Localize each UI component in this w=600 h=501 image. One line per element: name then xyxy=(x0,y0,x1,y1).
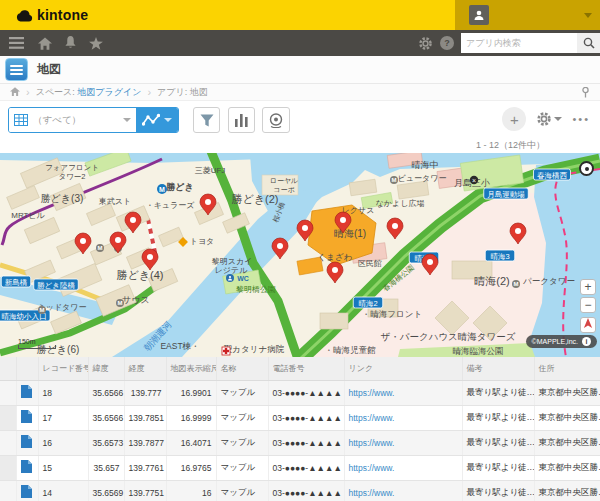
map-label: パークタワー xyxy=(523,276,575,286)
admin-gear-icon[interactable] xyxy=(418,36,433,51)
map-locate-button[interactable] xyxy=(580,317,596,333)
wc-circle-icon xyxy=(226,274,234,282)
record-doc-cell xyxy=(16,430,38,455)
svg-text:M: M xyxy=(514,281,519,287)
pin-icon[interactable] xyxy=(581,87,590,100)
cell-memo: 最寄り駅より徒… xyxy=(462,405,534,430)
cell-address: 東京都中央区勝… xyxy=(534,480,600,501)
document-icon[interactable] xyxy=(21,385,32,398)
document-icon[interactable] xyxy=(21,435,32,448)
map-label: サウス xyxy=(122,295,150,305)
notifications-bell-icon[interactable] xyxy=(64,36,77,50)
breadcrumb-space-link[interactable]: 地図プラグイン xyxy=(77,86,141,99)
row-gutter xyxy=(0,405,16,430)
record-link[interactable]: https://www. xyxy=(349,388,395,398)
mansion-m-icon: M xyxy=(38,306,46,314)
account-area[interactable] xyxy=(455,0,600,30)
column-header[interactable]: 電話番号 xyxy=(268,357,344,380)
account-chevron-down-icon[interactable] xyxy=(584,13,592,18)
column-header[interactable]: リンク xyxy=(344,357,462,380)
cell-link: https://www. xyxy=(344,380,462,405)
svg-text:春海橋西: 春海橋西 xyxy=(537,171,568,180)
hamburger-menu-icon[interactable] xyxy=(9,37,24,49)
map-view-button[interactable] xyxy=(262,107,290,133)
filter-funnel-icon xyxy=(200,114,214,127)
map-label: EAST棟・ xyxy=(160,341,199,351)
user-avatar-icon[interactable] xyxy=(469,5,489,25)
column-header[interactable]: 名称 xyxy=(216,357,268,380)
map-compass-icon[interactable] xyxy=(579,161,594,176)
record-link[interactable]: https://www. xyxy=(349,413,395,423)
map-label: 勝どき xyxy=(165,182,193,192)
map-sign-chip: 月島運動場 xyxy=(484,188,529,199)
more-options-button[interactable]: ••• xyxy=(572,113,590,125)
breadcrumb-app-name: 地図 xyxy=(190,86,208,99)
cell-link: https://www. xyxy=(344,430,462,455)
map-sign-chip: 晴海3 xyxy=(485,250,515,261)
view-selector-chevron-down-icon xyxy=(123,118,131,122)
filter-button[interactable] xyxy=(193,107,220,133)
map-sign-chip: 晴海2 xyxy=(353,297,383,308)
help-icon[interactable]: ? xyxy=(440,36,454,50)
breadcrumb-home-icon[interactable] xyxy=(10,87,20,98)
cell-memo: 最寄り駅より徒… xyxy=(462,380,534,405)
breadcrumb-app-label: アプリ: xyxy=(157,86,187,99)
document-icon[interactable] xyxy=(21,410,32,423)
info-icon[interactable]: i xyxy=(582,337,591,346)
pagination-status: 1 - 12（12件中） xyxy=(0,139,600,153)
view-selector-value: （すべて） xyxy=(33,114,123,127)
map-label: 晴海(1) xyxy=(334,228,366,239)
search-button[interactable] xyxy=(577,33,600,53)
graph-view-button[interactable] xyxy=(136,108,178,132)
cell-longitude: 139.7877 xyxy=(124,430,166,455)
record-link[interactable]: https://www. xyxy=(349,463,395,473)
map-label: くまざわ xyxy=(318,252,353,262)
add-record-button[interactable]: + xyxy=(502,107,526,131)
map-canvas[interactable]: 勝どき(2)勝どき(3)勝どき(4)勝どき(6)晴海(1)晴海(2)晴海中ビュー… xyxy=(0,153,600,357)
breadcrumb-space-label: スペース: xyxy=(36,86,75,99)
column-header[interactable]: 緯度 xyxy=(88,357,124,380)
column-header[interactable]: 住所 xyxy=(534,357,600,380)
favorites-star-icon[interactable] xyxy=(89,37,103,50)
cell-name: マップル xyxy=(216,405,268,430)
graph-chevron-down-icon xyxy=(164,118,172,122)
cell-phone: 03-●●●●-▲▲▲▲ xyxy=(268,430,344,455)
map-label: 区民館 xyxy=(358,259,382,268)
table-row: 1535.657139.776116.9765マップル03-●●●●-▲▲▲▲h… xyxy=(0,455,600,480)
search-icon xyxy=(583,37,595,49)
settings-button[interactable] xyxy=(536,111,562,127)
cell-name: マップル xyxy=(216,455,268,480)
column-header[interactable]: レコード番号 xyxy=(38,357,88,380)
map-label: タワー2 xyxy=(58,172,85,181)
cell-record-number: 15 xyxy=(38,455,88,480)
document-icon[interactable] xyxy=(21,485,32,498)
kintone-logo[interactable]: kintone xyxy=(16,7,88,23)
column-header[interactable]: 備考 xyxy=(462,357,534,380)
app-search-input[interactable] xyxy=(461,33,577,53)
map-zoom-in-button[interactable]: + xyxy=(580,279,596,295)
map-label: ・キュラーズ xyxy=(146,201,196,210)
map-label: レジテル xyxy=(215,266,249,275)
record-link[interactable]: https://www. xyxy=(349,488,395,498)
map-label: コーポ xyxy=(273,186,294,193)
cell-longitude: 139.7851 xyxy=(124,405,166,430)
record-doc-cell xyxy=(16,405,38,430)
record-link[interactable]: https://www. xyxy=(349,438,395,448)
mansion-m-icon: M xyxy=(96,244,104,252)
navigation-arrow-icon xyxy=(583,318,593,329)
svg-text:勝どき陸橋: 勝どき陸橋 xyxy=(37,281,75,290)
chart-button[interactable] xyxy=(228,107,255,133)
cell-address: 東京都中央区勝… xyxy=(534,380,600,405)
column-header[interactable]: 地図表示縮尺 xyxy=(166,357,216,380)
kintone-cloud-icon xyxy=(16,9,33,22)
home-icon[interactable] xyxy=(38,37,52,50)
line-graph-icon xyxy=(142,113,160,127)
map-label: 勝どき(3) xyxy=(41,193,84,204)
document-icon[interactable] xyxy=(21,460,32,473)
map-label: フォアフロント xyxy=(45,163,99,172)
map-zoom-out-button[interactable]: − xyxy=(580,297,596,313)
row-gutter xyxy=(0,480,16,501)
view-selector[interactable]: （すべて） xyxy=(9,108,136,132)
column-header[interactable]: 経度 xyxy=(124,357,166,380)
app-icon[interactable] xyxy=(5,58,28,81)
